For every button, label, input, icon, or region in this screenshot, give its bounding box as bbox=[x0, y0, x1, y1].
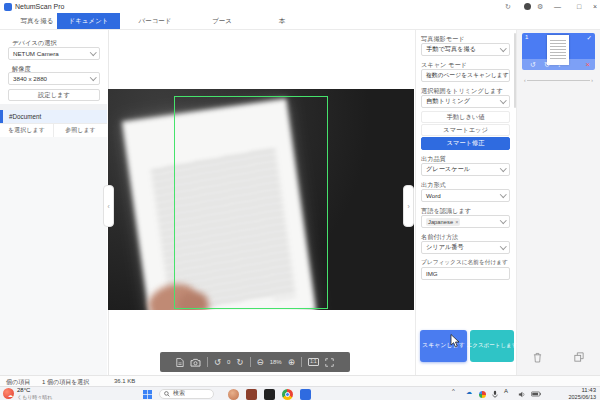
resolution-select[interactable]: 3840 x 2880 bbox=[8, 72, 100, 85]
language-tag[interactable]: Japanese × bbox=[426, 218, 460, 226]
weather-description[interactable]: くもり時々晴れ bbox=[17, 394, 52, 400]
tray-app-icon[interactable] bbox=[479, 391, 486, 398]
file-size: 36.1 KB bbox=[114, 378, 135, 384]
refresh-icon[interactable]: ↻ bbox=[505, 2, 511, 12]
format-select[interactable]: Word bbox=[421, 189, 510, 202]
smart-edge-button[interactable]: スマートエッジ bbox=[421, 124, 510, 136]
rotate-angle-value: 0 bbox=[227, 359, 230, 365]
tray-chevron-up-icon[interactable]: ^ bbox=[452, 388, 455, 394]
prefix-label: プレフィックスに名前を付けます bbox=[421, 259, 508, 267]
thumbnail-actions: ↺ ↻ ↓ × bbox=[522, 59, 595, 70]
thumbnail-panel-footer bbox=[517, 352, 600, 363]
taskbar-clock[interactable]: 11:43 2025/06/13 bbox=[568, 387, 596, 400]
capture-document-icon[interactable] bbox=[176, 357, 184, 368]
chevron-down-icon bbox=[90, 74, 96, 80]
app-logo-icon bbox=[4, 3, 12, 11]
user-avatar-icon[interactable] bbox=[524, 3, 531, 10]
export-button[interactable]: エクスポートします bbox=[470, 330, 514, 362]
trash-icon[interactable] bbox=[533, 352, 542, 363]
preview-toolbar: ↺ 0 ↻ ⊖ 18% ⊕ 1:1 bbox=[160, 352, 350, 372]
browse-button[interactable]: 参照します bbox=[53, 124, 107, 137]
delete-page-icon[interactable]: × bbox=[586, 61, 590, 69]
thumbnail-index: 1 bbox=[525, 34, 528, 40]
resolution-select-value: 3840 x 2880 bbox=[13, 75, 47, 82]
device-select-value: NETUM Camera bbox=[13, 50, 59, 57]
rotate-right-icon[interactable]: ↻ bbox=[544, 61, 550, 68]
maximize-button[interactable]: □ bbox=[577, 2, 581, 12]
tab-document[interactable]: ドキュメント bbox=[57, 13, 120, 29]
tab-booth[interactable]: ブース bbox=[207, 13, 237, 29]
mouse-cursor bbox=[450, 334, 461, 352]
rotate-left-icon[interactable]: ↺ bbox=[530, 61, 536, 68]
language-select[interactable]: Japanese × bbox=[421, 215, 510, 228]
search-placeholder: 検索 bbox=[173, 389, 185, 398]
taskbar-app-chrome[interactable] bbox=[282, 389, 293, 400]
slider-track[interactable] bbox=[527, 80, 591, 81]
crop-value: 自動トリミング bbox=[426, 97, 470, 106]
battery-icon[interactable] bbox=[531, 391, 541, 397]
remove-tag-icon[interactable]: × bbox=[455, 219, 458, 225]
tab-barcode[interactable]: バーコード bbox=[135, 13, 175, 29]
smart-fix-button[interactable]: スマート修正 bbox=[421, 137, 510, 150]
select-all-button[interactable]: を選択します bbox=[0, 124, 53, 137]
app-title: NetumScan Pro bbox=[15, 3, 64, 10]
scan-mode-value: 複数のページをスキャンします bbox=[426, 71, 509, 80]
rotate-left-icon[interactable]: ↺ bbox=[214, 358, 221, 367]
onedrive-icon[interactable]: ☁ bbox=[466, 388, 472, 395]
ime-indicator[interactable]: A bbox=[504, 388, 508, 394]
thumbnail-text-lines bbox=[550, 40, 566, 61]
file-list-area[interactable] bbox=[0, 137, 107, 375]
chevron-down-icon bbox=[500, 243, 506, 249]
search-icon bbox=[164, 391, 170, 397]
camera-icon[interactable] bbox=[190, 358, 201, 367]
taskbar-app-avatar[interactable] bbox=[228, 389, 239, 400]
naming-select[interactable]: シリアル番号 bbox=[421, 241, 510, 254]
photo-mode-select[interactable]: 手動で写真を撮る bbox=[421, 43, 510, 56]
taskbar-app-terminal[interactable] bbox=[264, 389, 275, 400]
close-button[interactable]: × bbox=[593, 2, 597, 12]
tab-take-photo[interactable]: 写真を撮る bbox=[12, 13, 62, 29]
settings-button[interactable]: 設定します bbox=[8, 89, 100, 101]
cloud-icon: ☁ bbox=[8, 392, 13, 398]
start-button[interactable] bbox=[143, 390, 152, 399]
slider-right-arrow[interactable]: › bbox=[591, 77, 593, 83]
taskbar-app-icon[interactable] bbox=[300, 389, 311, 400]
minimize-button[interactable]: — bbox=[554, 2, 561, 12]
fit-screen-icon[interactable] bbox=[325, 358, 334, 367]
gear-icon[interactable]: ⚙ bbox=[537, 2, 543, 12]
device-select[interactable]: NETUM Camera bbox=[8, 47, 100, 60]
prev-page-arrow[interactable]: ‹ bbox=[103, 185, 114, 227]
format-value: Word bbox=[426, 192, 441, 199]
toolbar-divider bbox=[250, 357, 251, 367]
search-box[interactable]: 検索 bbox=[159, 389, 214, 399]
quality-select[interactable]: グレースケール bbox=[421, 163, 510, 176]
tab-book[interactable]: 本 bbox=[275, 13, 289, 29]
weather-temperature[interactable]: 28°C bbox=[17, 387, 30, 393]
scan-mode-select[interactable]: 複数のページをスキャンします bbox=[421, 69, 510, 82]
zoom-out-icon[interactable]: ⊖ bbox=[257, 358, 264, 367]
actual-size-icon[interactable]: 1:1 bbox=[308, 358, 319, 367]
tab-bar: 写真を撮る ドキュメント バーコード ブース 本 bbox=[0, 13, 600, 30]
microphone-icon[interactable] bbox=[492, 390, 498, 399]
slider-left-arrow[interactable]: ‹ bbox=[524, 77, 526, 83]
zoom-in-icon[interactable]: ⊕ bbox=[288, 358, 295, 367]
netumscan-app: NetumScan Pro ↻ ⚙ — □ × 写真を撮る ドキュメント バーコ… bbox=[0, 0, 600, 400]
crop-select[interactable]: 自動トリミング bbox=[421, 95, 510, 108]
chevron-down-icon bbox=[500, 97, 506, 103]
rotate-right-icon[interactable]: ↻ bbox=[236, 358, 243, 367]
camera-preview bbox=[108, 89, 414, 310]
zoom-level-value: 18% bbox=[270, 359, 282, 365]
manual-threshold-button[interactable]: 手動しきい値 bbox=[421, 111, 510, 123]
thumbnail-size-slider[interactable]: ‹ › bbox=[524, 77, 593, 83]
thumbnail-item-selected[interactable]: 1 ✓ ↺ ↻ ↓ × bbox=[522, 33, 595, 70]
volume-icon[interactable] bbox=[518, 391, 526, 398]
prefix-input[interactable]: IMG bbox=[421, 267, 510, 280]
next-page-arrow[interactable]: › bbox=[403, 185, 414, 227]
chevron-down-icon bbox=[500, 45, 506, 51]
move-down-icon[interactable]: ↓ bbox=[558, 62, 561, 68]
document-list-item[interactable]: #Document bbox=[0, 110, 107, 123]
duplicate-icon[interactable] bbox=[574, 352, 584, 363]
chevron-down-icon bbox=[500, 165, 506, 171]
taskbar-app-icon[interactable] bbox=[246, 389, 257, 400]
options-scrollbar[interactable] bbox=[514, 33, 517, 108]
